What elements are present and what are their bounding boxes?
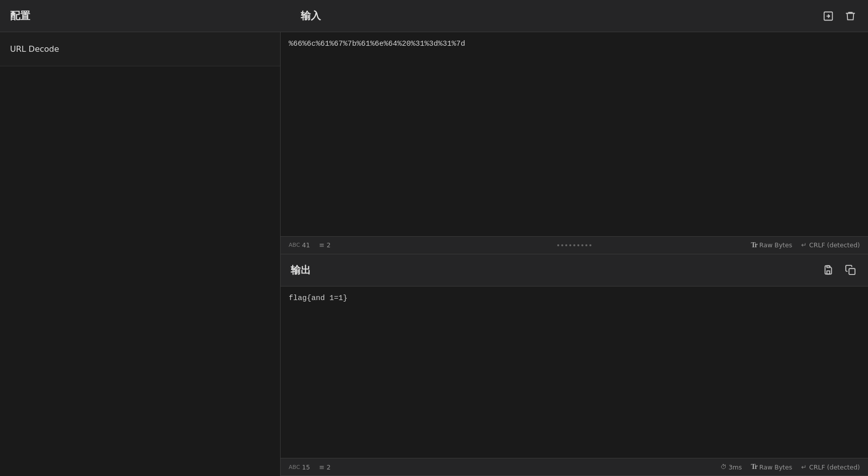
enter-icon-output: ↵ (801, 463, 807, 471)
input-status-right: Tr Raw Bytes ↵ CRLF (detected) (751, 241, 860, 249)
input-crlf[interactable]: ↵ CRLF (detected) (801, 241, 860, 249)
output-line-count: ≡ 2 (319, 463, 330, 471)
input-textarea[interactable] (281, 32, 868, 236)
output-status-right: ⏱ 3ms Tr Raw Bytes ↵ CRLF (detected) (721, 463, 860, 471)
config-item-url-decode[interactable]: URL Decode (0, 32, 280, 66)
delete-button[interactable] (843, 9, 858, 24)
config-item-label: URL Decode (10, 44, 59, 54)
input-chars: 41 (302, 241, 310, 249)
lines-icon-input: ≡ (319, 241, 324, 249)
input-char-count: ABC 41 (289, 241, 310, 249)
abc-label-output: ABC (289, 464, 300, 470)
left-panel-title: 配置 (10, 9, 291, 23)
input-raw-bytes[interactable]: Tr Raw Bytes (751, 241, 792, 249)
input-status-bar: ABC 41 ≡ 2 Tr Raw Bytes (281, 236, 868, 254)
raw-bytes-label-input: Raw Bytes (759, 241, 792, 249)
output-textarea[interactable] (281, 287, 868, 458)
output-section: 输出 (281, 254, 868, 477)
input-line-count: ≡ 2 (319, 241, 330, 249)
top-bar: 配置 输入 (0, 0, 868, 32)
tt-icon-output: Tr (751, 463, 757, 471)
output-time: ⏱ 3ms (721, 463, 742, 471)
output-raw-bytes[interactable]: Tr Raw Bytes (751, 463, 792, 471)
input-section: ABC 41 ≡ 2 Tr Raw Bytes (281, 32, 868, 254)
crlf-label-output: CRLF (detected) (809, 463, 860, 471)
copy-button[interactable] (843, 262, 858, 277)
enter-icon-input: ↵ (801, 241, 807, 249)
input-lines: 2 (326, 241, 330, 249)
output-header: 输出 (281, 254, 868, 287)
output-crlf[interactable]: ↵ CRLF (detected) (801, 463, 860, 471)
svg-rect-3 (849, 268, 855, 274)
save-button[interactable] (821, 262, 836, 277)
import-icon (823, 11, 834, 22)
time-ms-label: 3ms (729, 463, 742, 471)
svg-rect-1 (827, 271, 830, 274)
trash-icon (845, 11, 856, 22)
output-char-count: ABC 15 (289, 463, 310, 471)
raw-bytes-label-output: Raw Bytes (759, 463, 792, 471)
resize-handle[interactable] (557, 244, 591, 246)
left-panel-body (0, 66, 280, 476)
left-panel: URL Decode (0, 32, 281, 476)
output-header-right (821, 262, 858, 277)
crlf-label-input: CRLF (detected) (809, 241, 860, 249)
lines-icon-output: ≡ (319, 463, 324, 471)
input-title: 输入 (301, 9, 821, 23)
tt-icon-input: Tr (751, 241, 757, 249)
output-title: 输出 (291, 263, 821, 277)
copy-icon (845, 264, 856, 275)
import-button[interactable] (821, 9, 836, 24)
output-chars: 15 (302, 463, 310, 471)
svg-rect-2 (827, 266, 830, 268)
output-lines: 2 (326, 463, 330, 471)
abc-label-input: ABC (289, 242, 300, 248)
output-status-bar: ABC 15 ≡ 2 ⏱ 3ms Tr Raw Bytes (281, 458, 868, 476)
save-icon (823, 264, 834, 275)
right-panel: ABC 41 ≡ 2 Tr Raw Bytes (281, 32, 868, 476)
clock-icon: ⏱ (721, 463, 727, 470)
